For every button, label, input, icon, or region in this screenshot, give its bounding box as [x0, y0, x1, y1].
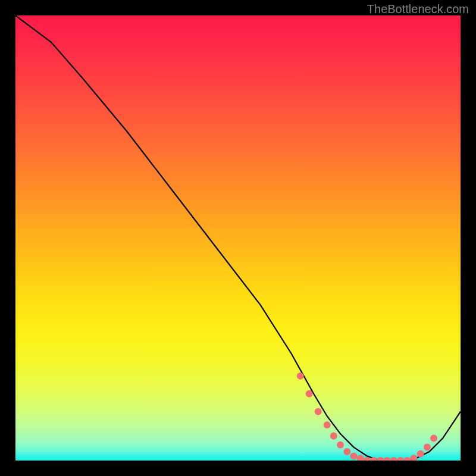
attribution-text: TheBottleneck.com	[367, 2, 469, 16]
marker-dot	[410, 455, 417, 461]
marker-dot	[397, 457, 404, 461]
marker-dot	[315, 408, 322, 415]
marker-dot	[357, 455, 364, 461]
marker-dot	[297, 372, 304, 380]
chart-svg	[15, 15, 461, 461]
marker-dot	[324, 421, 331, 428]
bottleneck-curve	[15, 15, 461, 461]
marker-dot	[377, 457, 384, 461]
markers-group	[297, 372, 437, 461]
curve-group	[15, 15, 461, 461]
marker-dot	[424, 444, 431, 451]
marker-dot	[343, 448, 350, 455]
marker-dot	[330, 433, 337, 440]
marker-dot	[417, 450, 424, 458]
marker-dot	[337, 441, 344, 449]
marker-dot	[306, 390, 313, 397]
marker-dot	[390, 457, 397, 461]
marker-dot	[384, 457, 391, 461]
marker-dot	[350, 453, 357, 460]
marker-dot	[403, 457, 411, 461]
marker-dot	[430, 435, 437, 442]
plot-area	[15, 15, 461, 461]
